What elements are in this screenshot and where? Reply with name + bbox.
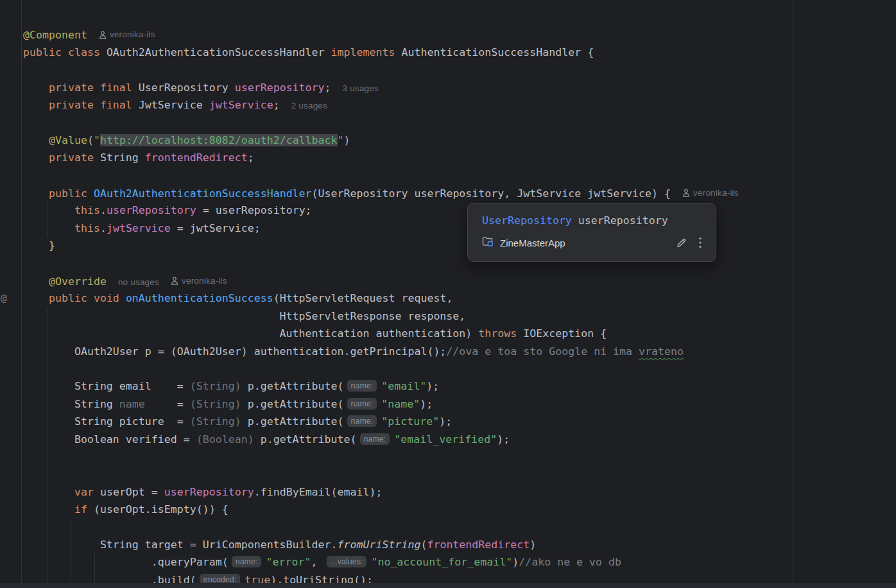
code-token: AuthenticationSuccessHandler { [395,46,594,58]
code-line[interactable]: String name = (String) p.getAttribute(na… [23,395,433,413]
code-line[interactable]: String email = (String) p.getAttribute(n… [23,377,439,395]
code-line[interactable]: OAuth2User p = (OAuth2User) authenticati… [23,343,684,361]
code-token: p.getAttribute( [241,380,344,392]
code-token [23,99,49,111]
code-line[interactable]: private final JwtService jwtService;2 us… [23,96,327,114]
code-token: private final [49,82,132,94]
code-token: ( [420,539,427,551]
code-token: String target = UriComponentsBuilder. [23,539,338,551]
code-token: ( [87,134,94,146]
edit-pencil-icon[interactable] [674,236,689,250]
code-token [23,204,74,216]
code-token: http://localhost:8082/oauth2/callback [100,134,338,146]
code-token [23,292,49,304]
code-token: Authentication authentication) [23,327,478,340]
more-kebab-icon[interactable] [698,236,703,250]
author-person-icon [171,277,178,285]
code-token: userRepository [107,204,196,216]
code-token: var [74,486,94,498]
popup-signature: UserRepository userRepository [482,213,703,229]
override-gutter-icon[interactable]: @ [1,291,11,306]
popup-variable: userRepository [572,214,668,227]
code-token: p.getAttribute( [254,433,357,445]
code-token: frontendRedirect [145,151,248,164]
usages-inlay-hint[interactable]: 2 usages [291,101,327,110]
code-token: jwtService [209,99,273,111]
code-token: UserRepository [132,82,235,94]
code-line[interactable]: if (userOpt.isEmpty()) { [23,501,228,519]
code-editor[interactable]: @ @Componentveronika-ilspublic class OAu… [0,0,896,588]
param-name-hint-chip: name: [360,433,390,445]
code-line[interactable]: String picture = (String) p.getAttribute… [23,413,452,431]
author-name: veronika-ils [110,26,155,43]
code-token: ) [344,134,350,146]
code-line[interactable]: this.userRepository = userRepository; [23,202,312,220]
code-token: @Value [49,134,87,146]
code-token [23,486,74,498]
code-line[interactable]: public OAuth2AuthenticationSuccessHandle… [23,184,739,202]
quick-info-popup: UserRepository userRepository ZineMaster… [467,203,716,262]
code-token: frontendRedirect [427,539,530,551]
code-token [23,82,49,94]
code-line[interactable]: var userOpt = userRepository.findByEmail… [23,483,383,501]
code-token: @Component [23,30,87,42]
code-token: if [74,503,87,515]
code-token: "error" [266,556,311,568]
author-name: veronika-ils [182,272,227,290]
code-token: (Boolean) [196,433,254,445]
code-token: ); [439,415,452,428]
code-line[interactable]: private String frontendRedirect; [23,149,254,167]
code-token: ) [530,539,536,551]
code-line[interactable]: Boolean verified = (Boolean) p.getAttrib… [23,431,510,449]
code-token: String email = [23,380,190,392]
code-token: this [74,222,100,234]
code-token: p.getAttribute( [241,398,344,410]
code-token: JwtService [132,99,209,111]
code-line[interactable]: private final UserRepository userReposit… [23,79,379,97]
param-name-hint-chip: name: [347,398,377,410]
code-line[interactable]: } [23,237,55,255]
code-token: userOpt = [94,486,164,498]
code-token: "email_verified" [394,433,497,445]
code-line[interactable]: this.jwtService = jwtService; [23,220,261,238]
code-token: "picture" [381,415,439,428]
code-line[interactable]: String target = UriComponentsBuilder.fro… [23,536,536,554]
code-author-inlay[interactable]: veronika-ils [682,184,739,202]
code-token: ) [512,556,519,568]
code-token [23,187,49,200]
code-token: userRepository [235,82,325,94]
code-author-inlay[interactable]: veronika-ils [171,272,227,290]
code-token: throws [478,327,517,340]
module-name: ZineMasterApp [500,238,565,248]
code-token: String [23,398,119,410]
code-token: ; [248,151,254,164]
code-token: //ako ne e vo db [519,556,621,568]
code-token: onAuthenticationSuccess [126,292,273,304]
code-line[interactable]: .queryParam(name:"error", ...values:"no_… [23,553,621,571]
code-line[interactable]: public void onAuthenticationSuccess(Http… [23,290,452,307]
code-token [23,503,74,515]
code-token: String [94,151,145,164]
code-token: .queryParam( [23,556,228,568]
usages-inlay-hint[interactable]: 3 usages [343,83,379,93]
param-name-hint-chip: name: [347,415,377,427]
code-token: OAuth2User p = (OAuth2User) authenticati… [23,345,446,358]
code-token: " [94,134,100,146]
code-token: Boolean verified = [23,433,196,445]
code-line[interactable]: @Value("http://localhost:8082/oauth2/cal… [23,132,350,150]
author-name: veronika-ils [693,184,739,202]
code-token: = userRepository; [196,204,312,216]
code-token: ); [426,380,439,392]
code-author-inlay[interactable]: veronika-ils [99,26,155,43]
code-line[interactable]: public class OAuth2AuthenticationSuccess… [23,44,594,62]
wrap-guide [793,0,793,583]
code-line[interactable]: HttpServletResponse response, [23,307,465,325]
code-line[interactable]: Authentication authentication) throws IO… [23,325,607,343]
usages-inlay-hint[interactable]: no usages [118,277,159,287]
code-line[interactable]: @Componentveronika-ils [23,26,155,44]
code-token: String picture = [23,415,190,428]
code-token: . [100,204,107,216]
code-line[interactable]: @Overrideno usagesveronika-ils [23,272,227,290]
code-token [119,292,126,304]
code-token: OAuth2AuthenticationSuccessHandler [94,187,312,200]
